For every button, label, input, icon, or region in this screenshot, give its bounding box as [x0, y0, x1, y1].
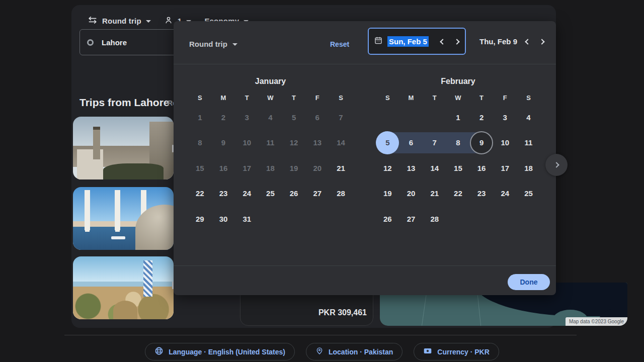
calendar-day-january-29[interactable]: 29: [188, 206, 212, 232]
day-number[interactable]: 22: [188, 182, 211, 205]
calendar-day-february-16[interactable]: 16: [470, 155, 494, 181]
calendar-day-january-27[interactable]: 27: [305, 181, 329, 207]
day-number[interactable]: 23: [212, 182, 235, 205]
day-number[interactable]: 24: [235, 182, 259, 205]
return-next-day-button[interactable]: [536, 36, 548, 48]
calendar-day-february-14[interactable]: 14: [423, 155, 446, 181]
day-number: 16: [212, 156, 235, 179]
departure-next-day-button[interactable]: [451, 36, 463, 48]
calendar-day-february-28[interactable]: 28: [423, 206, 446, 232]
destination-card-istanbul[interactable]: [73, 187, 174, 250]
day-number[interactable]: 29: [188, 207, 211, 230]
calendar-day-january-26[interactable]: 26: [282, 181, 306, 207]
calendar-day-february-9[interactable]: 9: [470, 130, 494, 156]
return-prev-day-button[interactable]: [522, 36, 534, 48]
calendar-day-february-10[interactable]: 10: [493, 130, 517, 156]
destination-card-london[interactable]: [73, 117, 174, 179]
day-number[interactable]: 16: [470, 156, 493, 179]
calendar-day-february-1[interactable]: 1: [446, 105, 470, 130]
calendar-day-february-21[interactable]: 21: [423, 181, 446, 207]
day-number[interactable]: 14: [423, 156, 446, 179]
calendar-day-january-30[interactable]: 30: [212, 206, 235, 232]
day-number[interactable]: 26: [376, 207, 399, 230]
day-number[interactable]: 20: [399, 182, 423, 205]
calendar-day-february-4[interactable]: 4: [517, 105, 540, 130]
calendar-day-february-6[interactable]: 6: [399, 130, 423, 156]
destination-card-barcelona[interactable]: [73, 256, 174, 319]
day-number[interactable]: 10: [494, 131, 517, 154]
calendar-day-february-20[interactable]: 20: [399, 181, 423, 207]
reset-button[interactable]: Reset: [327, 38, 352, 50]
trip-type-dropdown[interactable]: Round trip: [84, 12, 155, 30]
calendar-day-february-7[interactable]: 7: [423, 130, 446, 156]
calendar-day-january-31[interactable]: 31: [235, 206, 259, 232]
day-number[interactable]: 23: [470, 182, 493, 205]
day-number[interactable]: 18: [517, 156, 540, 179]
day-number[interactable]: 25: [517, 182, 540, 205]
day-number[interactable]: 30: [212, 207, 235, 230]
return-date-value[interactable]: Thu, Feb 9: [479, 37, 517, 46]
day-number[interactable]: 7: [423, 131, 446, 154]
calendar-day-january-24[interactable]: 24: [235, 181, 259, 207]
location-button[interactable]: Location · Pakistan: [306, 343, 403, 360]
calendar-day-february-3[interactable]: 3: [493, 105, 517, 130]
day-number[interactable]: 15: [446, 156, 469, 179]
day-number[interactable]: 27: [399, 207, 423, 230]
calendar-day-february-15[interactable]: 15: [446, 155, 470, 181]
next-month-button[interactable]: [545, 154, 568, 176]
calendar-day-february-17[interactable]: 17: [493, 155, 517, 181]
day-number[interactable]: 13: [399, 156, 423, 179]
weekday-header: M: [212, 90, 235, 105]
day-number[interactable]: 27: [306, 182, 329, 205]
day-number[interactable]: 8: [446, 131, 469, 154]
calendar-day-february-18[interactable]: 18: [517, 155, 540, 181]
departure-date-value[interactable]: Sun, Feb 5: [387, 36, 429, 47]
day-number[interactable]: 11: [517, 131, 540, 154]
departure-date-field[interactable]: Sun, Feb 5: [368, 28, 466, 55]
day-number[interactable]: 2: [470, 106, 493, 129]
calendar-day-january-25[interactable]: 25: [259, 181, 282, 207]
day-number[interactable]: 3: [494, 106, 517, 129]
calendar-day-february-23[interactable]: 23: [470, 181, 494, 207]
language-button[interactable]: Language · English (United States): [145, 343, 295, 360]
currency-button[interactable]: Currency · PKR: [414, 343, 499, 360]
done-button[interactable]: Done: [508, 274, 550, 290]
calendar-day-february-22[interactable]: 22: [446, 181, 470, 207]
day-number[interactable]: 26: [282, 182, 305, 205]
day-number[interactable]: 21: [423, 182, 446, 205]
day-number[interactable]: 31: [235, 207, 259, 230]
day-number[interactable]: 12: [376, 156, 399, 179]
calendar-day-february-12[interactable]: 12: [376, 155, 399, 181]
calendar-day-february-24[interactable]: 24: [493, 181, 517, 207]
calendar-day-january-21[interactable]: 21: [329, 155, 353, 181]
calendar-day-february-19[interactable]: 19: [376, 181, 399, 207]
day-number[interactable]: 28: [423, 207, 446, 230]
day-number[interactable]: 28: [329, 182, 352, 205]
caret-down-icon: [232, 43, 237, 46]
calendar-day-february-8[interactable]: 8: [446, 130, 470, 156]
day-number[interactable]: 17: [494, 156, 517, 179]
day-number[interactable]: 22: [446, 182, 469, 205]
day-number[interactable]: 1: [446, 106, 469, 129]
day-number[interactable]: 24: [494, 182, 517, 205]
datepicker-trip-type-dropdown[interactable]: Round trip: [186, 37, 240, 51]
day-number[interactable]: 6: [399, 131, 423, 154]
day-number[interactable]: 25: [259, 182, 282, 205]
calendar-day-february-13[interactable]: 13: [399, 155, 423, 181]
day-number[interactable]: 19: [376, 182, 399, 205]
calendar-day-january-22[interactable]: 22: [188, 181, 212, 207]
day-number[interactable]: 4: [517, 106, 540, 129]
calendar-day-february-25[interactable]: 25: [517, 181, 540, 207]
calendar-day-february-27[interactable]: 27: [399, 206, 423, 232]
day-number[interactable]: 9: [470, 131, 493, 154]
calendar-day-february-26[interactable]: 26: [376, 206, 399, 232]
day-number[interactable]: 5: [376, 131, 399, 154]
calendar-day-january-23[interactable]: 23: [212, 181, 235, 207]
departure-prev-day-button[interactable]: [437, 36, 449, 48]
calendar-day-february-11[interactable]: 11: [517, 130, 540, 156]
return-date-field[interactable]: Thu, Feb 9: [471, 28, 552, 55]
calendar-day-january-28[interactable]: 28: [329, 181, 353, 207]
day-number[interactable]: 21: [329, 156, 352, 179]
calendar-day-february-2[interactable]: 2: [470, 105, 494, 130]
calendar-day-february-5[interactable]: 5: [376, 130, 399, 156]
